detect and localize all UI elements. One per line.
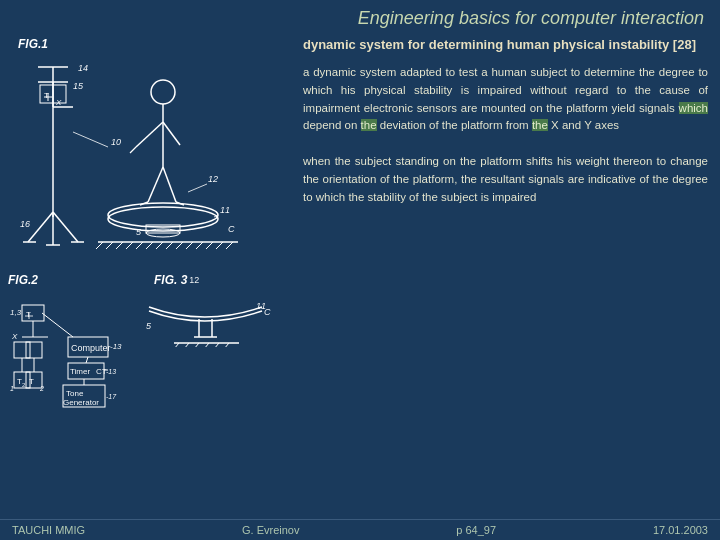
svg-line-44 bbox=[126, 242, 133, 249]
footer-page: p 64_97 bbox=[456, 524, 496, 536]
svg-line-82 bbox=[86, 357, 88, 363]
svg-text:X: X bbox=[55, 98, 62, 107]
svg-text:T: T bbox=[29, 377, 34, 386]
svg-text:Timer: Timer bbox=[70, 367, 90, 376]
svg-line-48 bbox=[166, 242, 173, 249]
svg-text:5: 5 bbox=[136, 227, 142, 237]
svg-point-21 bbox=[151, 80, 175, 104]
svg-text:-17: -17 bbox=[106, 393, 117, 400]
svg-text:16: 16 bbox=[20, 219, 30, 229]
svg-line-26 bbox=[148, 167, 163, 202]
svg-text:Computer: Computer bbox=[71, 343, 111, 353]
footer-author: G. Evreinov bbox=[242, 524, 299, 536]
svg-text:10: 10 bbox=[111, 137, 121, 147]
svg-line-42 bbox=[106, 242, 113, 249]
fig3-svg: 5 11 C bbox=[144, 287, 274, 347]
svg-line-12 bbox=[28, 212, 53, 242]
highlight-the2: the bbox=[532, 119, 548, 131]
content-area: FIG.1 14 15 bbox=[0, 33, 720, 519]
svg-text:5: 5 bbox=[146, 321, 152, 331]
svg-text:-13: -13 bbox=[110, 342, 122, 351]
svg-line-25 bbox=[130, 147, 136, 153]
svg-line-51 bbox=[196, 242, 203, 249]
svg-line-52 bbox=[206, 242, 213, 249]
fig2-label: FIG.2 bbox=[8, 273, 38, 287]
svg-text:1,3: 1,3 bbox=[10, 308, 22, 317]
svg-line-43 bbox=[116, 242, 123, 249]
svg-line-23 bbox=[136, 122, 163, 147]
svg-text:1: 1 bbox=[10, 385, 14, 392]
page-title: Engineering basics for computer interact… bbox=[358, 8, 704, 28]
left-panel: FIG.1 14 15 bbox=[0, 33, 295, 519]
svg-line-50 bbox=[186, 242, 193, 249]
svg-line-49 bbox=[176, 242, 183, 249]
svg-rect-63 bbox=[14, 342, 30, 358]
svg-line-54 bbox=[226, 242, 233, 249]
svg-text:14: 14 bbox=[78, 63, 88, 73]
svg-text:C: C bbox=[228, 224, 235, 234]
description: a dynamic system adapted to test a human… bbox=[303, 64, 708, 207]
svg-text:T: T bbox=[26, 310, 31, 319]
right-panel: dynamic system for determining human phy… bbox=[295, 33, 720, 519]
svg-text:2: 2 bbox=[39, 385, 44, 392]
svg-line-45 bbox=[136, 242, 143, 249]
svg-text:12: 12 bbox=[208, 174, 218, 184]
svg-line-19 bbox=[73, 132, 108, 147]
highlight-the1: the bbox=[361, 119, 377, 131]
svg-line-47 bbox=[156, 242, 163, 249]
svg-text:-13: -13 bbox=[106, 368, 116, 375]
title-bar: Engineering basics for computer interact… bbox=[0, 0, 720, 33]
svg-text:2: 2 bbox=[22, 382, 26, 388]
svg-text:11: 11 bbox=[220, 205, 230, 215]
fig1-svg: 14 15 T X bbox=[18, 57, 278, 267]
svg-line-41 bbox=[96, 242, 103, 249]
fig2-svg: 1,3 T X bbox=[8, 287, 138, 417]
footer-institution: TAUCHI MMIG bbox=[12, 524, 85, 536]
svg-text:Generator: Generator bbox=[63, 398, 99, 407]
svg-line-53 bbox=[216, 242, 223, 249]
svg-text:15: 15 bbox=[73, 81, 84, 91]
page: Engineering basics for computer interact… bbox=[0, 0, 720, 540]
svg-line-24 bbox=[163, 122, 180, 145]
svg-line-14 bbox=[53, 212, 78, 242]
svg-line-46 bbox=[146, 242, 153, 249]
svg-text:X: X bbox=[11, 332, 18, 341]
svg-line-27 bbox=[163, 167, 176, 202]
svg-text:Tone: Tone bbox=[66, 389, 84, 398]
footer: TAUCHI MMIG G. Evreinov p 64_97 17.01.20… bbox=[0, 519, 720, 540]
fig1-label: FIG.1 bbox=[18, 37, 48, 51]
fig3-label: FIG. 3 bbox=[154, 273, 187, 287]
footer-date: 17.01.2003 bbox=[653, 524, 708, 536]
fig1-area: 14 15 T X bbox=[8, 57, 287, 267]
svg-line-38 bbox=[188, 184, 207, 192]
svg-line-74 bbox=[42, 313, 73, 337]
highlight-which: which bbox=[679, 102, 708, 114]
svg-text:C: C bbox=[264, 307, 271, 317]
subtitle: dynamic system for determining human phy… bbox=[303, 37, 708, 54]
svg-rect-64 bbox=[26, 342, 42, 358]
